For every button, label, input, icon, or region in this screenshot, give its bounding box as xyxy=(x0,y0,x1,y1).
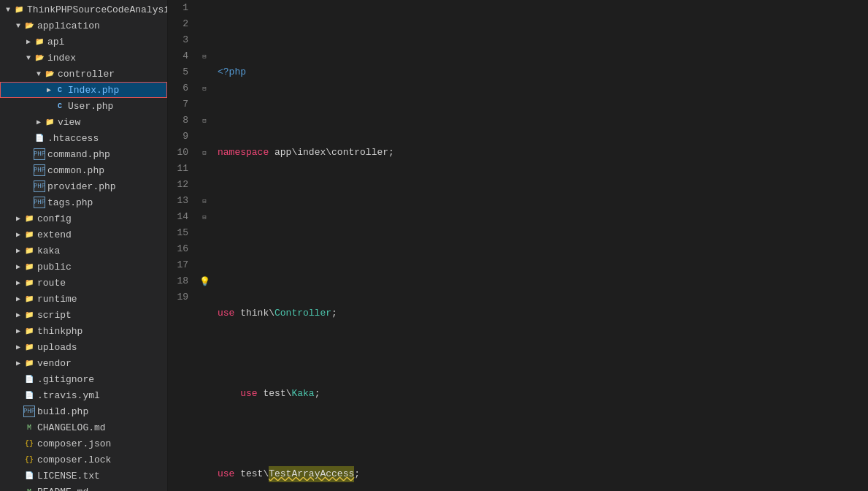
arrow-icon: ▶ xyxy=(13,214,23,223)
sidebar-label-config: config xyxy=(37,213,72,224)
arrow-icon: ▼ xyxy=(23,54,34,62)
arrow-spacer: ▶ xyxy=(44,102,54,110)
arrow-icon: ▼ xyxy=(13,22,23,30)
folder-icon: 📁 xyxy=(23,277,35,289)
sidebar-item-config[interactable]: ▶ 📁 config xyxy=(0,210,167,227)
sidebar-label-index: index xyxy=(47,53,76,64)
sidebar-label-uploads: uploads xyxy=(37,342,77,353)
php-icon: PHP xyxy=(34,180,45,192)
arrow-icon: ▶ xyxy=(34,118,44,126)
sidebar-item-readme-md[interactable]: ▶ M README.md xyxy=(0,484,167,491)
sidebar-item-gitignore[interactable]: ▶ 📄 .gitignore xyxy=(0,371,167,387)
code-editor[interactable]: 1 2 3 4 5 6 7 8 9 10 11 12 13 14 15 16 1… xyxy=(168,0,868,491)
sidebar-item-thinkphp[interactable]: ▶ 📁 thinkphp xyxy=(0,323,167,339)
file-icon: 📄 xyxy=(23,389,35,401)
file-icon: 📄 xyxy=(34,132,45,144)
file-icon: 📄 xyxy=(23,373,35,385)
arrow-spacer: ▶ xyxy=(13,407,23,416)
file-icon: {} xyxy=(23,454,35,465)
arrow-icon: ▼ xyxy=(34,70,44,78)
folder-icon: 📂 xyxy=(44,68,55,80)
php-icon: PHP xyxy=(34,164,45,176)
sidebar-label-build-php: build.php xyxy=(37,406,88,417)
sidebar-label-extend: extend xyxy=(37,229,72,240)
sidebar-item-application[interactable]: ▼ 📂 application xyxy=(0,18,167,34)
php-icon: PHP xyxy=(23,406,35,417)
sidebar-label-view: view xyxy=(58,117,80,128)
folder-icon: 📁 xyxy=(23,357,35,369)
sidebar-item-composer-json[interactable]: ▶ {} composer.json xyxy=(0,435,167,452)
sidebar-label-public: public xyxy=(37,262,72,273)
sidebar-item-view[interactable]: ▶ 📁 view xyxy=(0,114,167,130)
arrow-spacer: ▶ xyxy=(23,150,34,159)
sidebar-label-readme-md: README.md xyxy=(37,487,88,492)
folder-icon: 📁 xyxy=(13,4,25,15)
sidebar-item-extend[interactable]: ▶ 📁 extend xyxy=(0,227,167,243)
sidebar-label-command-php: command.php xyxy=(47,149,110,160)
arrow-spacer: ▶ xyxy=(13,487,23,491)
folder-icon: 📁 xyxy=(23,245,35,256)
folder-icon: 📁 xyxy=(23,229,35,240)
file-icon: M xyxy=(23,486,35,491)
sidebar-item-runtime[interactable]: ▶ 📁 runtime xyxy=(0,291,167,307)
folder-icon: 📁 xyxy=(23,261,35,273)
sidebar-item-route[interactable]: ▶ 📁 route xyxy=(0,275,167,291)
sidebar-item-public[interactable]: ▶ 📁 public xyxy=(0,259,167,275)
sidebar-item-provider-php[interactable]: ▶ PHP provider.php xyxy=(0,178,167,194)
arrow-spacer: ▶ xyxy=(13,423,23,432)
sidebar-item-controller[interactable]: ▼ 📂 controller xyxy=(0,66,167,82)
code-line-3 xyxy=(218,225,868,241)
sidebar-item-htaccess[interactable]: ▶ 📄 .htaccess xyxy=(0,130,167,146)
file-icon: 📄 xyxy=(23,470,35,482)
sidebar-label-route: route xyxy=(37,278,66,289)
sidebar-item-index-php[interactable]: ▶ C Index.php xyxy=(0,82,167,98)
php-icon: C xyxy=(54,84,66,96)
sidebar-item-tags-php[interactable]: ▶ PHP tags.php xyxy=(0,194,167,210)
arrow-icon: ▶ xyxy=(13,327,23,335)
code-line-2: namespace app\index\controller; xyxy=(218,145,868,161)
line-numbers: 1 2 3 4 5 6 7 8 9 10 11 12 13 14 15 16 1… xyxy=(168,0,197,491)
sidebar-item-changelog-md[interactable]: ▶ M CHANGELOG.md xyxy=(0,419,167,435)
arrow-spacer: ▶ xyxy=(23,182,34,191)
arrow-spacer: ▶ xyxy=(23,134,34,142)
sidebar-item-uploads[interactable]: ▶ 📁 uploads xyxy=(0,339,167,355)
sidebar-item-script[interactable]: ▶ 📁 script xyxy=(0,307,167,323)
folder-icon: 📂 xyxy=(34,52,45,64)
sidebar-item-root[interactable]: ▼ 📁 ThinkPHPSourceCodeAnalysis D:\phpstu… xyxy=(0,1,167,18)
sidebar-item-license-txt[interactable]: ▶ 📄 LICENSE.txt xyxy=(0,468,167,484)
sidebar-item-common-php[interactable]: ▶ PHP common.php xyxy=(0,162,167,178)
arrow-spacer: ▶ xyxy=(13,471,23,480)
arrow-icon: ▶ xyxy=(13,359,23,368)
arrow-icon: ▶ xyxy=(13,262,23,271)
sidebar-label-index-php: Index.php xyxy=(68,85,119,96)
code-line-6: use test\TestArrayAccess; xyxy=(218,466,868,482)
arrow-spacer: ▶ xyxy=(13,375,23,384)
sidebar-label-thinkphp: thinkphp xyxy=(37,326,82,337)
arrow-icon: ▶ xyxy=(13,278,23,287)
gutter: ⊟ ⊟ ⊟ ⊟ ⊟ ⊟ 💡 xyxy=(197,0,212,491)
sidebar-label-travis-yml: .travis.yml xyxy=(37,390,100,401)
arrow-spacer: ▶ xyxy=(23,166,34,175)
sidebar-label-license-txt: LICENSE.txt xyxy=(37,471,100,482)
sidebar-item-index[interactable]: ▼ 📂 index xyxy=(0,50,167,66)
sidebar-label-composer-json: composer.json xyxy=(37,438,111,449)
sidebar-item-api[interactable]: ▶ 📁 api xyxy=(0,34,167,50)
arrow-icon: ▶ xyxy=(13,343,23,351)
sidebar-item-vendor[interactable]: ▶ 📁 vendor xyxy=(0,355,167,371)
sidebar-label-vendor: vendor xyxy=(37,358,72,369)
sidebar-item-command-php[interactable]: ▶ PHP command.php xyxy=(0,146,167,162)
sidebar-label-application: application xyxy=(37,20,100,31)
sidebar-label-controller: controller xyxy=(58,69,115,80)
sidebar-label-changelog-md: CHANGELOG.md xyxy=(37,422,106,433)
sidebar-item-build-php[interactable]: ▶ PHP build.php xyxy=(0,403,167,419)
sidebar-item-user-php[interactable]: ▶ C User.php xyxy=(0,98,167,114)
code-content: <?php namespace app\index\controller; us… xyxy=(212,0,868,491)
sidebar-item-kaka[interactable]: ▶ 📁 kaka xyxy=(0,243,167,259)
sidebar-item-composer-lock[interactable]: ▶ {} composer.lock xyxy=(0,452,167,468)
sidebar-label-htaccess: .htaccess xyxy=(47,133,99,144)
sidebar-item-travis-yml[interactable]: ▶ 📄 .travis.yml xyxy=(0,387,167,403)
sidebar-label-runtime: runtime xyxy=(37,294,77,305)
sidebar-label-root: ThinkPHPSourceCodeAnalysis xyxy=(27,4,168,15)
arrow-spacer: ▶ xyxy=(23,198,34,207)
arrow-icon: ▶ xyxy=(13,311,23,319)
